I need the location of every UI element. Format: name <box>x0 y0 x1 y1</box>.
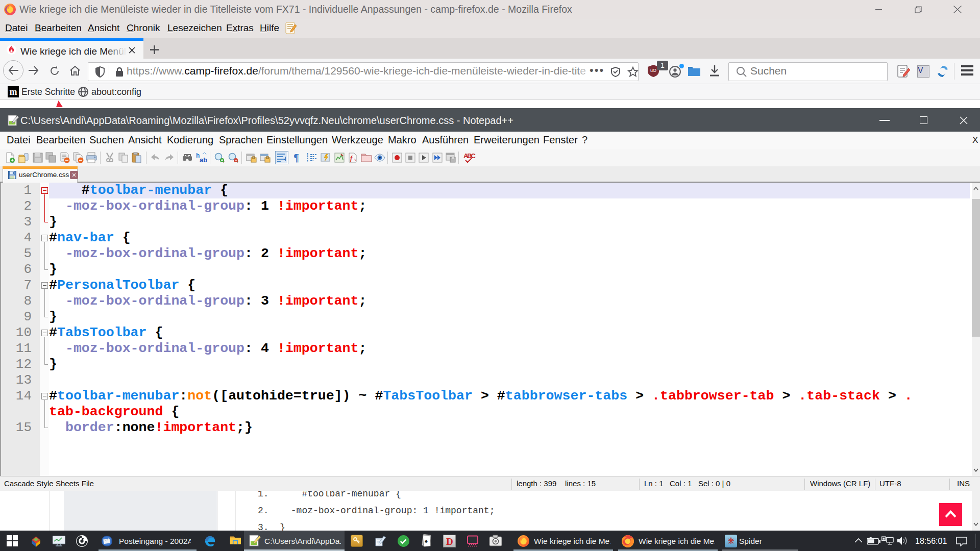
svg-text:¶: ¶ <box>293 152 299 163</box>
svg-text:uO: uO <box>650 68 656 73</box>
svg-text:♠: ♠ <box>425 538 428 544</box>
svg-text:ABC: ABC <box>463 152 476 160</box>
svg-text:ab: ab <box>200 156 207 163</box>
